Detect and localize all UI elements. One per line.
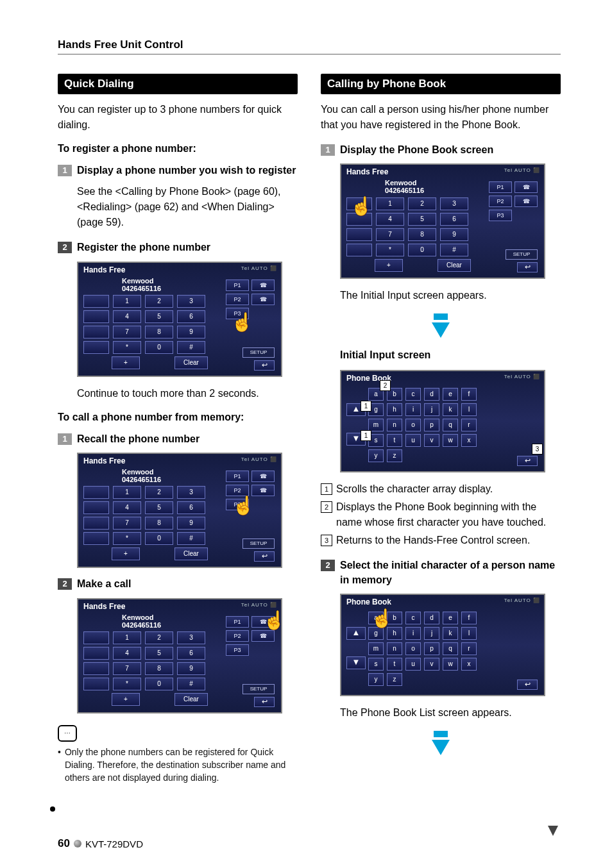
letter-key[interactable]: r xyxy=(461,642,477,655)
letter-key[interactable]: p xyxy=(424,642,439,655)
side-button[interactable] xyxy=(346,197,372,210)
side-button[interactable] xyxy=(83,295,109,308)
key-7[interactable]: 7 xyxy=(113,326,141,338)
letter-key[interactable]: j xyxy=(424,403,439,416)
letter-key[interactable]: h xyxy=(387,403,402,416)
key-6[interactable]: 6 xyxy=(177,501,205,514)
letter-key[interactable]: y xyxy=(368,673,384,686)
letter-key[interactable]: x xyxy=(461,434,477,447)
preset-p2[interactable]: P2 xyxy=(226,630,249,642)
hangup-icon[interactable]: ☎ xyxy=(514,196,538,207)
side-button[interactable] xyxy=(83,631,109,644)
return-button[interactable]: ↩ xyxy=(517,456,538,466)
side-button[interactable] xyxy=(83,647,109,660)
letter-key[interactable]: o xyxy=(405,419,421,431)
letter-key[interactable]: w xyxy=(443,658,458,671)
letter-key[interactable]: c xyxy=(405,612,421,624)
side-button[interactable] xyxy=(346,228,372,241)
setup-button[interactable]: SETUP xyxy=(242,538,275,549)
key-5[interactable]: 5 xyxy=(145,310,173,323)
clear-button[interactable]: Clear xyxy=(174,356,208,369)
side-button[interactable] xyxy=(346,213,372,226)
letter-key[interactable]: p xyxy=(424,419,439,431)
key-1[interactable]: 1 xyxy=(113,631,141,644)
setup-button[interactable]: SETUP xyxy=(242,347,275,358)
letter-key[interactable]: v xyxy=(424,658,439,671)
letter-key[interactable]: q xyxy=(443,642,458,655)
return-button[interactable]: ↩ xyxy=(517,262,538,272)
side-button[interactable] xyxy=(83,341,109,354)
key-9[interactable]: 9 xyxy=(177,662,205,675)
preset-p1[interactable]: P1 xyxy=(226,616,249,628)
key-3[interactable]: 3 xyxy=(440,197,468,210)
preset-p2[interactable]: P2 xyxy=(226,294,249,305)
letter-key[interactable]: y xyxy=(368,449,384,462)
key-hash[interactable]: # xyxy=(440,244,468,256)
key-plus[interactable]: + xyxy=(112,547,140,560)
letter-key[interactable]: i xyxy=(405,403,421,416)
key-hash[interactable]: # xyxy=(177,678,205,690)
letter-key[interactable]: x xyxy=(461,658,477,671)
letter-key[interactable]: l xyxy=(461,627,477,640)
return-button[interactable]: ↩ xyxy=(517,680,538,690)
key-2[interactable]: 2 xyxy=(145,631,173,644)
call-icon[interactable]: ☎ xyxy=(251,616,275,628)
key-3[interactable]: 3 xyxy=(177,631,205,644)
letter-key[interactable]: l xyxy=(461,403,477,416)
side-button[interactable] xyxy=(83,310,109,323)
key-hash[interactable]: # xyxy=(177,532,205,545)
letter-key[interactable]: f xyxy=(461,388,477,401)
preset-p1[interactable]: P1 xyxy=(226,471,249,482)
key-9[interactable]: 9 xyxy=(440,228,468,241)
key-5[interactable]: 5 xyxy=(408,213,436,226)
key-5[interactable]: 5 xyxy=(145,647,173,660)
letter-key[interactable]: d xyxy=(424,612,439,624)
key-0[interactable]: 0 xyxy=(408,244,436,256)
letter-key[interactable]: q xyxy=(443,419,458,431)
clear-button[interactable]: Clear xyxy=(174,693,208,706)
key-plus[interactable]: + xyxy=(112,356,140,369)
key-plus[interactable]: + xyxy=(375,259,403,272)
key-6[interactable]: 6 xyxy=(177,647,205,660)
letter-key[interactable]: f xyxy=(461,612,477,624)
preset-p1[interactable]: P1 xyxy=(226,280,249,291)
hangup-icon[interactable]: ☎ xyxy=(251,630,275,642)
letter-key[interactable]: h xyxy=(387,627,402,640)
key-star[interactable]: * xyxy=(113,532,141,545)
call-icon[interactable]: ☎ xyxy=(514,181,538,193)
letter-key[interactable]: w xyxy=(443,434,458,447)
preset-p2[interactable]: P2 xyxy=(226,485,249,496)
key-star[interactable]: * xyxy=(113,341,141,354)
letter-key[interactable]: g xyxy=(368,627,384,640)
clear-button[interactable]: Clear xyxy=(438,259,471,272)
side-button[interactable] xyxy=(83,326,109,338)
letter-key[interactable]: c xyxy=(405,388,421,401)
call-icon[interactable]: ☎ xyxy=(251,280,275,291)
return-button[interactable]: ↩ xyxy=(254,551,275,562)
key-0[interactable]: 0 xyxy=(145,678,173,690)
hangup-icon[interactable]: ☎ xyxy=(251,485,275,496)
setup-button[interactable]: SETUP xyxy=(242,684,275,694)
key-4[interactable]: 4 xyxy=(113,647,141,660)
side-button[interactable] xyxy=(83,486,109,499)
key-8[interactable]: 8 xyxy=(145,662,173,675)
key-1[interactable]: 1 xyxy=(113,486,141,499)
letter-key[interactable]: v xyxy=(424,434,439,447)
return-button[interactable]: ↩ xyxy=(254,697,275,707)
clear-button[interactable]: Clear xyxy=(174,547,208,560)
letter-key[interactable]: s xyxy=(368,658,384,671)
letter-key[interactable]: k xyxy=(443,627,458,640)
letter-key[interactable]: z xyxy=(387,449,402,462)
letter-key[interactable]: d xyxy=(424,388,439,401)
key-1[interactable]: 1 xyxy=(376,197,404,210)
side-button[interactable] xyxy=(83,517,109,530)
preset-p3[interactable]: P3 xyxy=(226,499,249,510)
key-9[interactable]: 9 xyxy=(177,326,205,338)
key-5[interactable]: 5 xyxy=(145,501,173,514)
key-9[interactable]: 9 xyxy=(177,517,205,530)
key-4[interactable]: 4 xyxy=(376,213,404,226)
preset-p3[interactable]: P3 xyxy=(226,308,249,319)
key-8[interactable]: 8 xyxy=(145,326,173,338)
setup-button[interactable]: SETUP xyxy=(506,249,538,260)
letter-key[interactable]: e xyxy=(443,612,458,624)
